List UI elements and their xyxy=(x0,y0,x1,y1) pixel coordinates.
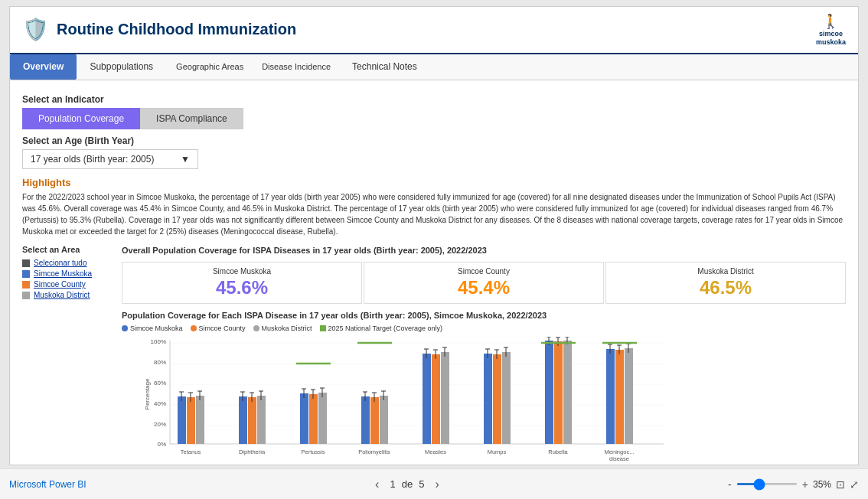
header-title-group: 🛡️ Routine Childhood Immunization xyxy=(22,17,296,42)
svg-text:60%: 60% xyxy=(154,380,166,386)
svg-rect-36 xyxy=(318,393,327,444)
zoom-slider[interactable] xyxy=(736,483,798,485)
lower-content: Select an Area Selecionar tudo Simcoe Mu… xyxy=(22,245,846,465)
zoom-out-button[interactable]: - xyxy=(728,478,732,491)
legend-national-target: 2025 National Target (Coverage only) xyxy=(320,325,442,332)
shield-icon: 🛡️ xyxy=(22,17,49,42)
person-icon: 🚶 xyxy=(822,13,839,30)
svg-text:80%: 80% xyxy=(154,359,166,366)
logo-text: simcoe muskoka xyxy=(816,30,846,47)
area-dot-muskoka-district xyxy=(22,292,30,299)
indicator-population-btn[interactable]: Population Coverage xyxy=(22,108,140,129)
area-dot-simcoe-county xyxy=(22,281,30,289)
svg-text:Measles: Measles xyxy=(425,448,446,455)
area-simcoe-county[interactable]: Simcoe County xyxy=(22,280,114,289)
svg-text:40%: 40% xyxy=(154,400,166,407)
svg-rect-68 xyxy=(502,352,511,444)
chart-legend: Simcoe Muskoka Simcoe County Muskoka Dis… xyxy=(122,325,846,332)
svg-rect-57 xyxy=(432,354,440,444)
svg-rect-24 xyxy=(239,396,247,444)
svg-rect-26 xyxy=(257,396,266,444)
svg-text:100%: 100% xyxy=(151,338,166,345)
legend-muskoka-district: Muskoka District xyxy=(253,325,312,332)
area-select-label: Select an Area xyxy=(22,245,114,254)
right-panel: Overall Population Coverage for ISPA Dis… xyxy=(122,245,846,465)
legend-simcoe-muskoka: Simcoe Muskoka xyxy=(122,325,183,332)
svg-rect-76 xyxy=(545,341,553,444)
indicator-label: Select an Indicator xyxy=(22,94,846,105)
chart-svg-container: 100% 80% 60% 40% 20% 0% P xyxy=(143,337,846,465)
svg-rect-46 xyxy=(370,397,379,444)
highlights-text: For the 2022/2023 school year in Simcoe … xyxy=(22,191,846,237)
area-panel: Select an Area Selecionar tudo Simcoe Mu… xyxy=(22,245,114,465)
svg-rect-88 xyxy=(615,350,624,444)
expand-icon[interactable]: ⊡ xyxy=(836,478,845,491)
area-simcoe-muskoka[interactable]: Simcoe Muskoka xyxy=(22,269,114,278)
svg-rect-15 xyxy=(187,397,195,444)
svg-rect-78 xyxy=(563,341,572,444)
svg-rect-47 xyxy=(380,396,388,444)
highlights-paragraph: For the 2022/2023 school year in Simcoe … xyxy=(22,193,843,236)
tab-geographic-areas[interactable]: Geographic Areas xyxy=(166,54,253,80)
svg-rect-77 xyxy=(554,341,563,444)
indicator-ispa-btn[interactable]: ISPA Compliance xyxy=(140,108,243,129)
svg-rect-16 xyxy=(196,396,204,444)
zoom-percent: 35% xyxy=(813,479,831,490)
svg-text:20%: 20% xyxy=(154,421,166,428)
main-content: Select an Indicator Population Coverage … xyxy=(10,80,858,465)
tab-overview[interactable]: Overview xyxy=(10,54,77,80)
stats-row: Simcoe Muskoka 45.6% Simcoe County 45.4%… xyxy=(122,262,846,304)
stat-area-name-1: Simcoe County xyxy=(367,267,600,276)
indicator-row: Population Coverage ISPA Compliance xyxy=(22,108,846,129)
report-title: Routine Childhood Immunization xyxy=(57,21,296,38)
age-selected: 17 year olds (Birth year: 2005) xyxy=(31,154,154,165)
zoom-in-button[interactable]: + xyxy=(802,478,808,491)
svg-text:disease: disease xyxy=(609,455,629,462)
area-all[interactable]: Selecionar tudo xyxy=(22,259,114,267)
pagination: ‹ 1 de 5 › xyxy=(370,476,444,493)
stat-simcoe-county: Simcoe County 45.4% xyxy=(364,262,604,304)
svg-rect-14 xyxy=(178,396,186,444)
legend-dot-0 xyxy=(122,325,128,331)
svg-text:Percentage: Percentage xyxy=(144,378,151,409)
powerbi-link[interactable]: Microsoft Power BI xyxy=(9,479,86,490)
stat-value-2: 46.5% xyxy=(609,277,842,298)
tab-subpopulations[interactable]: Subpopulations xyxy=(77,54,166,80)
report-header: 🛡️ Routine Childhood Immunization 🚶 simc… xyxy=(10,7,858,54)
prev-page-button[interactable]: ‹ xyxy=(370,476,383,493)
svg-rect-35 xyxy=(309,394,318,444)
age-dropdown[interactable]: 17 year olds (Birth year: 2005) ▼ xyxy=(22,149,198,169)
svg-text:0%: 0% xyxy=(157,441,166,448)
logo-area: 🚶 simcoe muskoka xyxy=(816,13,846,47)
chevron-down-icon: ▼ xyxy=(181,154,190,165)
svg-text:Poliomyelitis: Poliomyelitis xyxy=(358,448,390,455)
highlights-section: Highlights For the 2022/2023 school year… xyxy=(22,177,846,237)
svg-rect-45 xyxy=(361,396,370,444)
legend-dot-1 xyxy=(191,325,197,331)
chart-title: Population Coverage for Each ISPA Diseas… xyxy=(122,310,846,321)
zoom-controls: - + 35% ⊡ ⤢ xyxy=(728,478,859,491)
area-dot-all xyxy=(22,259,30,267)
svg-rect-56 xyxy=(423,354,431,444)
highlights-title: Highlights xyxy=(22,177,846,188)
svg-text:Tetanus: Tetanus xyxy=(181,448,201,455)
legend-dot-3 xyxy=(320,325,326,331)
stat-area-name-2: Muskoka District xyxy=(609,267,842,276)
svg-rect-67 xyxy=(493,354,501,444)
legend-simcoe-county: Simcoe County xyxy=(191,325,246,332)
svg-text:Rubella: Rubella xyxy=(548,448,568,455)
page-total: 5 xyxy=(419,478,424,490)
stat-value-1: 45.4% xyxy=(367,277,600,298)
legend-dot-2 xyxy=(253,325,259,331)
svg-rect-58 xyxy=(441,352,449,444)
area-muskoka-district[interactable]: Muskoka District xyxy=(22,291,114,299)
stat-value-0: 45.6% xyxy=(126,277,358,298)
next-page-button[interactable]: › xyxy=(430,476,443,493)
bottom-bar: Microsoft Power BI ‹ 1 de 5 › - + 35% ⊡ … xyxy=(0,468,868,499)
stat-muskoka-district: Muskoka District 46.5% xyxy=(605,262,846,304)
fullscreen-icon[interactable]: ⤢ xyxy=(850,478,859,491)
tab-technical-notes[interactable]: Technical Notes xyxy=(339,54,430,80)
page-current: 1 xyxy=(390,478,395,490)
svg-text:Mumps: Mumps xyxy=(488,448,507,455)
tab-disease-incidence[interactable]: Disease Incidence xyxy=(253,54,339,80)
